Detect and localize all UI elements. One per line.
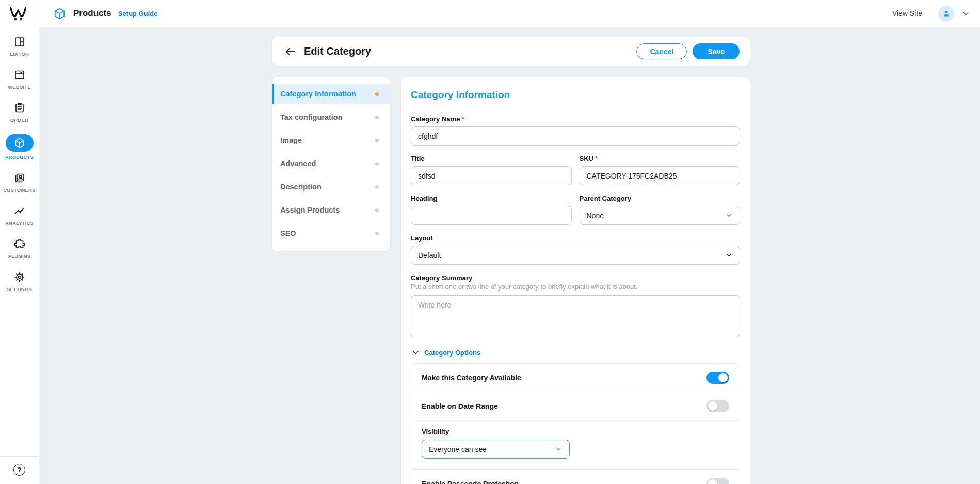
section-nav-item-seo[interactable]: SEO [272,223,390,243]
sidebar-item-website[interactable]: WEBSITE [0,68,39,90]
puzzle-icon [13,237,26,251]
toggle-knob [708,479,717,484]
sidebar-item-label: ANALYTICS [5,220,34,226]
layout-value: Default [418,251,441,260]
toggle-knob [718,373,728,382]
sidebar-item-label: EDITOR [10,51,29,57]
section-nav-label: Image [280,136,302,144]
topbar-divider [930,6,930,21]
required-marker: * [461,115,464,123]
w-logo-icon [9,6,30,22]
topbar-left: Products Setup Guide [39,7,157,20]
page-title: Edit Category [304,45,371,57]
sidebar-item-analytics[interactable]: ANALYTICS [0,204,39,226]
required-marker: * [595,155,598,163]
title-label: Title [411,155,572,163]
brand-logo[interactable] [0,0,39,27]
sidebar-item-label: ORDER [10,117,28,123]
section-nav-label: Advanced [280,159,316,168]
category-options-link[interactable]: Category Options [424,349,480,357]
app-root: Products Setup Guide View Site [0,0,980,484]
section-nav-item-category-information[interactable]: Category Information [272,84,390,104]
gear-icon [13,270,26,284]
sidebar-item-plugins[interactable]: PLUGINS [0,237,39,259]
cube-icon [14,137,25,149]
make-available-row: Make this Category Available [411,364,740,392]
topbar: Products Setup Guide View Site [0,0,980,27]
category-options-panel: Make this Category Available Enable on D… [411,363,740,484]
account-chevron-down-icon[interactable] [962,10,970,18]
section-nav-item-image[interactable]: Image [272,131,390,150]
sku-group: SKU* [580,155,741,185]
section-nav-item-assign-products[interactable]: Assign Products [272,200,390,220]
toggle-knob [708,401,717,411]
heading-group: Heading [411,195,572,225]
sidebar-item-editor[interactable]: EDITOR [0,35,39,57]
visibility-label: Visibility [422,428,729,435]
chevron-down-icon [555,445,563,453]
sidebar: EDITOR WEBSITE ORDER [0,27,39,484]
visibility-value: Everyone can see [429,445,487,454]
category-name-input[interactable] [411,126,740,146]
section-nav-item-advanced[interactable]: Advanced [272,154,390,173]
title-sku-row: Title SKU* [411,155,740,195]
chevron-down-icon [725,251,733,259]
back-arrow-icon[interactable] [284,46,296,57]
line-chart-icon [13,204,26,218]
parent-category-label: Parent Category [580,195,741,202]
sidebar-item-label: WEBSITE [8,84,31,90]
status-dot [375,92,379,96]
save-button[interactable]: Save [693,43,740,59]
help-icon[interactable]: ? [13,464,25,476]
chevron-down-icon [725,212,733,219]
sidebar-item-order[interactable]: ORDER [0,101,39,123]
avatar[interactable] [938,6,954,22]
view-site-link[interactable]: View Site [892,9,922,18]
layout-select[interactable]: Default [411,246,740,265]
section-nav-item-tax-configuration[interactable]: Tax configuration [272,107,390,127]
sidebar-item-label: PRODUCTS [5,154,34,160]
status-dot [375,185,379,189]
section-nav-label: Assign Products [280,206,340,214]
status-dot [375,232,379,235]
section-nav: Category Information Tax configuration I… [272,77,390,251]
make-available-toggle[interactable] [706,372,729,384]
heading-parent-row: Heading Parent Category None [411,195,740,234]
form-section-title: Category Information [411,89,740,101]
cancel-button[interactable]: Cancel [636,43,687,59]
active-pill [6,134,34,152]
section-nav-label: Category Information [280,90,356,98]
customer-card-icon [13,171,26,185]
visibility-select[interactable]: Everyone can see [422,440,570,459]
user-icon [942,9,951,18]
heading-label: Heading [411,195,572,202]
parent-category-select[interactable]: None [580,206,741,225]
parent-category-group: Parent Category None [580,195,741,225]
category-name-label: Category Name* [411,115,740,123]
page-header-card: Edit Category Cancel Save [272,37,750,66]
sidebar-item-customers[interactable]: CUSTOMERS [0,171,39,193]
sidebar-item-label: PLUGINS [8,253,31,259]
sku-input[interactable] [580,166,741,185]
section-nav-label: Description [280,183,322,191]
category-summary-textarea[interactable] [411,295,740,337]
header-actions: Cancel Save [636,43,740,59]
heading-input[interactable] [411,206,572,225]
browser-window-icon [13,68,26,82]
sidebar-item-products[interactable]: PRODUCTS [0,134,39,160]
category-summary-label: Category Summary [411,274,740,282]
products-cube-icon [53,7,66,20]
sidebar-item-settings[interactable]: SETTINGS [0,270,39,292]
passcode-toggle[interactable] [706,478,729,484]
section-nav-label: Tax configuration [280,113,343,121]
chevron-down-icon[interactable] [412,349,420,357]
setup-guide-link[interactable]: Setup Guide [118,10,158,18]
sku-label: SKU* [580,155,741,163]
date-range-toggle[interactable] [706,400,729,412]
title-input[interactable] [411,166,572,185]
section-nav-label: SEO [280,229,296,237]
passcode-label: Enable Passcode Protection [422,480,519,484]
section-nav-item-description[interactable]: Description [272,177,390,197]
visibility-block: Visibility Everyone can see [411,421,740,470]
category-summary-group: Category Summary Put a short one or two … [411,274,740,340]
